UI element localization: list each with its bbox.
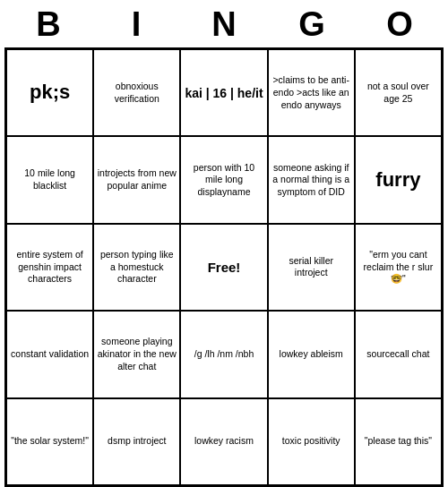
bingo-cell: lowkey ableism: [268, 311, 355, 397]
bingo-cell: serial killer introject: [268, 224, 355, 311]
bingo-letter: N: [185, 5, 263, 44]
bingo-cell: "the solar system!": [6, 398, 93, 485]
bingo-cell: kai | 16 | he/it: [180, 49, 267, 136]
bingo-cell: lowkey racism: [180, 398, 267, 485]
bingo-cell: "please tag this": [355, 398, 442, 485]
bingo-cell: Free!: [180, 224, 267, 311]
bingo-cell: entire system of genshin impact characte…: [6, 224, 93, 311]
bingo-cell: sourcecall chat: [355, 311, 442, 397]
bingo-cell: someone playing akinator in the new alte…: [93, 311, 180, 397]
bingo-letter: G: [272, 5, 351, 44]
bingo-cell: "erm you cant reclaim the r slur 🤓": [355, 224, 442, 311]
bingo-cell: pk;s: [6, 49, 93, 136]
bingo-cell: someone asking if a normal thing is a sy…: [268, 136, 355, 223]
bingo-cell: constant validation: [6, 311, 93, 397]
bingo-cell: introjects from new popular anime: [93, 136, 180, 223]
bingo-grid: pk;sobnoxious verificationkai | 16 | he/…: [4, 47, 444, 487]
bingo-letter: I: [97, 5, 176, 44]
bingo-cell: 10 mile long blacklist: [6, 136, 93, 223]
bingo-cell: person typing like a homestuck character: [93, 224, 180, 311]
bingo-letter: B: [9, 5, 88, 44]
bingo-header: BINGO: [4, 0, 444, 47]
bingo-cell: obnoxious verification: [93, 49, 180, 136]
bingo-cell: toxic positivity: [268, 398, 355, 485]
bingo-cell: >claims to be anti-endo >acts like an en…: [268, 49, 355, 136]
bingo-cell: furry: [355, 136, 442, 223]
bingo-letter: O: [360, 5, 439, 44]
bingo-cell: not a soul over age 25: [355, 49, 442, 136]
bingo-cell: person with 10 mile long displayname: [180, 136, 267, 223]
bingo-cell: dsmp introject: [93, 398, 180, 485]
bingo-cell: /g /lh /nm /nbh: [180, 311, 267, 397]
